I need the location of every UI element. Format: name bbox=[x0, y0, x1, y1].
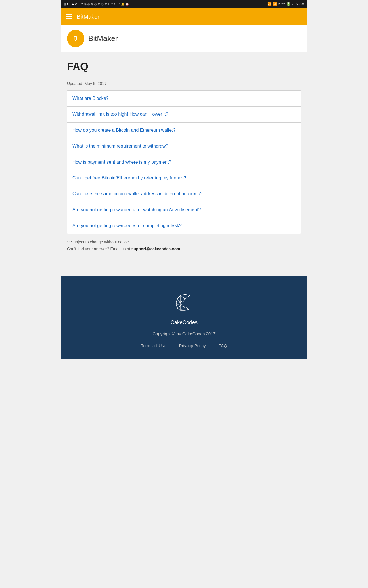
status-icon-12: ◎ bbox=[98, 3, 100, 6]
svg-text:₿: ₿ bbox=[74, 35, 77, 42]
status-icon-1: ▦ bbox=[64, 3, 66, 6]
wifi-icon: 📶 bbox=[267, 2, 272, 6]
faq-list: What are Blocks?Withdrawal limit is too … bbox=[67, 90, 301, 234]
status-icon-19: 🔔 bbox=[121, 3, 124, 6]
status-icon-11: ◎ bbox=[94, 3, 97, 6]
bitcoin-logo-svg: ₿ bbox=[70, 33, 81, 44]
page-title: FAQ bbox=[67, 61, 301, 73]
app-header: ₿ BitMaker bbox=[61, 25, 307, 52]
cakecodes-logo-svg bbox=[172, 291, 195, 314]
faq-item-text: Are you not getting rewarded after watch… bbox=[72, 207, 201, 212]
status-bar-right: 📶 📶 57% 🔋 7:07 AM bbox=[267, 2, 304, 6]
top-nav: BitMaker bbox=[61, 8, 307, 25]
hamburger-line-2 bbox=[66, 16, 72, 17]
status-icon-5: ⊙ bbox=[75, 3, 77, 6]
svg-line-16 bbox=[181, 307, 185, 310]
footer-link-faq[interactable]: FAQ bbox=[218, 343, 227, 348]
note-subject-to-change: *: Subject to change without notice. bbox=[67, 240, 301, 244]
status-icon-14: ◎ bbox=[105, 3, 107, 6]
faq-item-text: How is payment sent and where is my paym… bbox=[72, 160, 171, 165]
footer-copyright: Copyright © by CakeCodes 2017 bbox=[152, 331, 216, 336]
hamburger-menu-button[interactable] bbox=[66, 14, 72, 19]
svg-line-8 bbox=[176, 302, 181, 303]
footer-link-separator: · bbox=[212, 343, 213, 348]
status-icon-10: ◎ bbox=[91, 3, 93, 6]
faq-item[interactable]: How do you create a Bitcoin and Ethereum… bbox=[67, 123, 301, 138]
svg-line-19 bbox=[181, 299, 185, 306]
svg-line-4 bbox=[181, 295, 185, 299]
status-icon-16: ⬡ bbox=[111, 3, 113, 6]
status-icon-2: f bbox=[67, 3, 68, 6]
svg-line-2 bbox=[185, 295, 190, 299]
time: 7:07 AM bbox=[292, 2, 304, 6]
status-bar: ▦ f ✈ ▶ ⊙ ☰ ₿ ◎ ◎ ◎ ◎ ◎ ◎ ◎ F ⬡ ⬡ ⬡ 🔔 ⏰ … bbox=[61, 0, 307, 8]
updated-date: Updated: May 5, 2017 bbox=[67, 81, 301, 86]
svg-line-14 bbox=[181, 306, 185, 307]
hamburger-line-3 bbox=[66, 18, 72, 19]
svg-line-7 bbox=[181, 299, 185, 302]
svg-line-10 bbox=[177, 306, 181, 308]
status-icon-18: ⬡ bbox=[118, 3, 120, 6]
battery-icon: 🔋 bbox=[286, 2, 291, 6]
footer-brand-name: CakeCodes bbox=[170, 320, 198, 326]
status-icon-9: ◎ bbox=[87, 3, 90, 6]
footer-links: Terms of Use·Privacy Policy·FAQ bbox=[141, 343, 227, 348]
note-contact: Can't find your answer? Email us at supp… bbox=[67, 247, 301, 251]
faq-item[interactable]: What are Blocks? bbox=[67, 91, 301, 107]
status-icon-20: ⏰ bbox=[125, 3, 129, 6]
status-icon-6: ☰ bbox=[78, 3, 81, 6]
app-name-heading: BitMaker bbox=[88, 34, 118, 43]
faq-item-text: Can I use the same bitcoin wallet addres… bbox=[72, 191, 202, 196]
faq-item-text: What is the minimum requirement to withd… bbox=[72, 144, 168, 148]
footer-logo bbox=[172, 291, 195, 315]
status-icon-7: ₿ bbox=[82, 3, 83, 6]
faq-item[interactable]: Are you not getting rewarded after compl… bbox=[67, 218, 301, 233]
status-icon-8: ◎ bbox=[84, 3, 87, 6]
faq-item-text: Withdrawal limit is too high! How can I … bbox=[72, 112, 168, 117]
support-email[interactable]: support@cakecodes.com bbox=[131, 247, 180, 251]
faq-item[interactable]: Withdrawal limit is too high! How can I … bbox=[67, 107, 301, 122]
note-contact-text: Can't find your answer? Email us at bbox=[67, 247, 131, 251]
faq-item[interactable]: Can I use the same bitcoin wallet addres… bbox=[67, 186, 301, 202]
status-icon-3: ✈ bbox=[69, 3, 71, 6]
status-icon-15: F bbox=[108, 3, 110, 6]
faq-item-text: Can I get free Bitcoin/Ethereum by refer… bbox=[72, 175, 186, 180]
svg-line-9 bbox=[177, 299, 181, 302]
main-content: FAQ Updated: May 5, 2017 What are Blocks… bbox=[61, 52, 307, 265]
footer-link-privacy-policy[interactable]: Privacy Policy bbox=[179, 343, 206, 348]
footer-notes: *: Subject to change without notice. Can… bbox=[67, 240, 301, 251]
app-logo: ₿ bbox=[67, 30, 84, 47]
status-icon-17: ⬡ bbox=[114, 3, 117, 6]
svg-line-17 bbox=[185, 307, 189, 309]
faq-item[interactable]: Are you not getting rewarded after watch… bbox=[67, 202, 301, 218]
status-icon-4: ▶ bbox=[72, 3, 74, 6]
hamburger-line-1 bbox=[66, 14, 72, 15]
faq-item[interactable]: What is the minimum requirement to withd… bbox=[67, 138, 301, 154]
footer-link-terms-of-use[interactable]: Terms of Use bbox=[141, 343, 166, 348]
status-icon-13: ◎ bbox=[101, 3, 104, 6]
status-icons-left: ▦ f ✈ ▶ ⊙ ☰ ₿ ◎ ◎ ◎ ◎ ◎ ◎ ◎ F ⬡ ⬡ ⬡ 🔔 ⏰ bbox=[64, 3, 129, 6]
signal-icon: 📶 bbox=[273, 2, 277, 6]
footer-link-separator: · bbox=[172, 343, 173, 348]
battery-percent: 57% bbox=[278, 2, 285, 6]
faq-item[interactable]: How is payment sent and where is my paym… bbox=[67, 154, 301, 170]
page-footer: CakeCodes Copyright © by CakeCodes 2017 … bbox=[61, 276, 307, 359]
faq-item-text: How do you create a Bitcoin and Ethereum… bbox=[72, 128, 175, 133]
faq-item[interactable]: Can I get free Bitcoin/Ethereum by refer… bbox=[67, 170, 301, 186]
faq-item-text: What are Blocks? bbox=[72, 96, 108, 101]
nav-title: BitMaker bbox=[77, 13, 99, 20]
faq-item-text: Are you not getting rewarded after compl… bbox=[72, 223, 182, 228]
